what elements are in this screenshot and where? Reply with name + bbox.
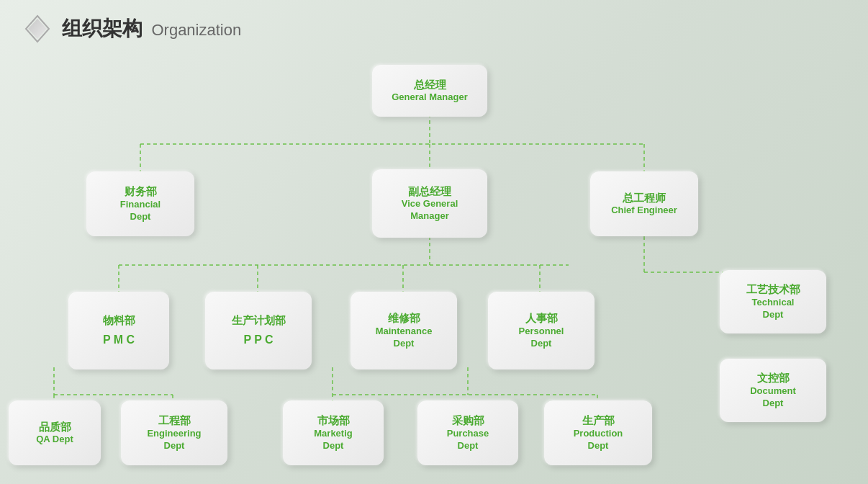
node-pmc: 物料部 P M C (68, 292, 169, 369)
node-purchase: 采购部 Purchase Dept (417, 400, 518, 465)
node-qa-dept: 品质部 QA Dept (9, 400, 101, 465)
page-title: 组织架构 Organization (62, 15, 241, 42)
node-production: 生产部 Production Dept (544, 400, 652, 465)
node-vice-general: 副总经理 Vice General Manager (372, 169, 487, 238)
node-technical: 工艺技术部 Technical Dept (720, 270, 826, 333)
node-maintenance: 维修部 Maintenance Dept (351, 292, 457, 369)
node-marketing: 市场部 Marketig Dept (283, 400, 384, 465)
org-chart: 总经理 General Manager 财务部 Financial Dept 副… (0, 58, 868, 484)
page-header: 组织架构 Organization (0, 0, 868, 58)
node-general-manager: 总经理 General Manager (372, 65, 487, 117)
node-personnel: 人事部 Personnel Dept (488, 292, 595, 369)
svg-marker-1 (28, 19, 47, 39)
node-document: 文控部 Document Dept (720, 359, 826, 422)
node-financial-dept: 财务部 Financial Dept (86, 171, 194, 236)
node-chief-engineer: 总工程师 Chief Engineer (590, 171, 698, 236)
node-engineering: 工程部 Engineering Dept (121, 400, 227, 465)
diamond-icon (22, 13, 53, 45)
node-ppc: 生产计划部 P P C (205, 292, 312, 369)
